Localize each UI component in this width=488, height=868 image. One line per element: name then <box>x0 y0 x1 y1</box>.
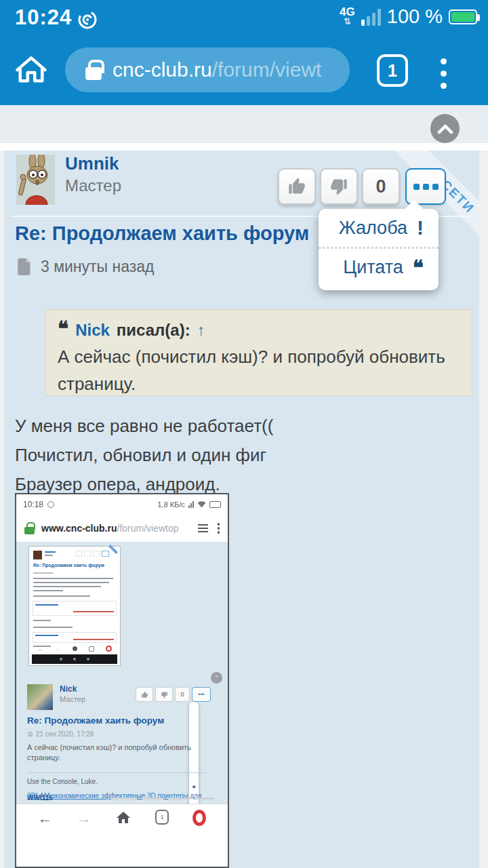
data-saver-icon <box>76 8 99 34</box>
shot-signature-divider <box>27 772 206 773</box>
lock-icon <box>85 60 102 80</box>
shot-clock-icon <box>47 501 54 508</box>
shot-browser-toolbar: ← → 1 <box>16 804 228 868</box>
shot-back-icon: ← <box>38 810 53 827</box>
browser-chrome: 10:24 4G⇅ 100 % cnc-club.ru/forum/viewt <box>0 0 488 105</box>
mini-nav-bar <box>32 654 117 664</box>
home-button[interactable] <box>14 53 49 88</box>
shot-more-button: ••• <box>192 687 211 702</box>
shot-avatar <box>27 684 53 710</box>
post-actions-menu: Жалоба ! Цитата ❝ <box>319 209 439 290</box>
menu-item-quote[interactable]: Цитата ❝ <box>319 247 439 286</box>
document-icon <box>18 258 32 275</box>
post-author-rank: Мастер <box>65 176 121 195</box>
post-time-ago: 3 минуты назад <box>41 258 155 276</box>
post-more-button[interactable] <box>405 168 446 205</box>
shot-signature: Use the Console, Luke. <box>27 778 98 785</box>
shot-page-background: Re: Продолжаем хаить форум <box>16 542 228 837</box>
shot-scroll-top-icon: ⌃ <box>211 672 222 684</box>
shot-textsize-icon <box>198 522 208 534</box>
post-body-line: Почистил, обновил и один фиг <box>15 441 273 470</box>
quote-glyph-icon: ❝ <box>413 261 424 275</box>
shot-status-bar: 10:18 1,8 КБ/с <box>16 494 228 515</box>
battery-icon <box>449 9 477 24</box>
shot-signal-icon <box>188 501 194 508</box>
vote-count: 0 <box>362 168 400 205</box>
nested-mini-screenshot: Re: Продолжаем хаить форум <box>28 546 121 666</box>
shot-lock-icon <box>24 522 35 534</box>
shot-next-author: WWI116 <box>27 794 53 802</box>
battery-percent: 100 % <box>387 5 443 28</box>
post-body-line: У меня все равно не работает(( <box>15 412 273 441</box>
shot-post-date: 🗎 21 сен 2020, 17:28 <box>27 730 94 738</box>
mini-toolbar: ← → <box>32 644 117 654</box>
post-card: В СЕТИ Umnik Мастер <box>4 151 479 868</box>
screen: 10:24 4G⇅ 100 % cnc-club.ru/forum/viewt <box>0 0 488 868</box>
scroll-top-button[interactable] <box>430 114 460 143</box>
status-time: 10:24 <box>15 5 72 30</box>
overflow-menu-icon[interactable] <box>441 58 447 89</box>
shot-thumbs-down <box>155 687 173 702</box>
ellipsis-icon <box>413 184 439 190</box>
shot-vote-count: 0 <box>175 687 190 702</box>
shot-wifi-icon <box>197 501 206 508</box>
thumbs-up-button[interactable] <box>278 168 316 205</box>
shot-forward-icon: → <box>77 810 92 827</box>
post-time-row: 3 минуты назад <box>18 258 155 276</box>
attached-screenshot-image[interactable]: 10:18 1,8 КБ/с www.cnc-club.ru/forum/vie… <box>15 493 229 868</box>
shot-battery-icon <box>209 501 221 508</box>
address-bar[interactable]: cnc-club.ru/forum/viewt <box>65 47 350 92</box>
shot-author-rank: Мастер <box>60 695 85 703</box>
thumbs-down-button[interactable] <box>320 168 358 205</box>
url-text: cnc-club.ru/forum/viewt <box>113 58 321 81</box>
post-author[interactable]: Umnik <box>65 153 119 174</box>
quote-jump-arrow[interactable]: ↑ <box>197 321 205 340</box>
mini-opera-icon <box>106 646 112 652</box>
quote-block: ❝ Nick писал(а): ↑ А сейчас (почистил кэ… <box>45 309 472 396</box>
chevron-up-icon <box>437 123 453 134</box>
shot-post-body: А сейчас (почистил кэш)? и попробуй обно… <box>27 743 198 763</box>
thumbs-up-icon <box>287 177 306 196</box>
quote-wrote-label: писал(а): <box>117 321 190 340</box>
signal-icon <box>361 8 381 26</box>
quote-text: А сейчас (почистил кэш)? и попробуй обно… <box>58 343 460 397</box>
shot-opera-icon <box>192 810 206 826</box>
quote-icon: ❝ <box>58 317 68 340</box>
previous-post-bottom <box>0 105 488 143</box>
quote-author-link[interactable]: Nick <box>75 321 110 340</box>
report-icon: ! <box>417 216 424 239</box>
card-gap <box>0 143 488 151</box>
post-title: Re: Продолжаем хаить форум <box>15 222 309 245</box>
shot-tab-counter: 1 <box>155 810 169 825</box>
avatar[interactable] <box>16 155 55 205</box>
menu-item-report[interactable]: Жалоба ! <box>319 209 439 247</box>
shot-post-title: Re: Продолжаем хаить форум <box>27 715 164 726</box>
shot-thumbs-up <box>136 687 153 702</box>
tab-counter[interactable]: 1 <box>377 54 408 87</box>
shot-author: Nick <box>60 684 77 694</box>
thumbs-down-icon <box>329 177 348 196</box>
shot-menu-icon <box>218 521 220 536</box>
post-body: У меня все равно не работает(( Почистил,… <box>15 412 273 499</box>
shot-home-icon <box>115 810 131 826</box>
shot-address-bar: www.cnc-club.ru/forum/viewtop <box>16 515 228 542</box>
network-type-icon: 4G⇅ <box>340 7 355 26</box>
